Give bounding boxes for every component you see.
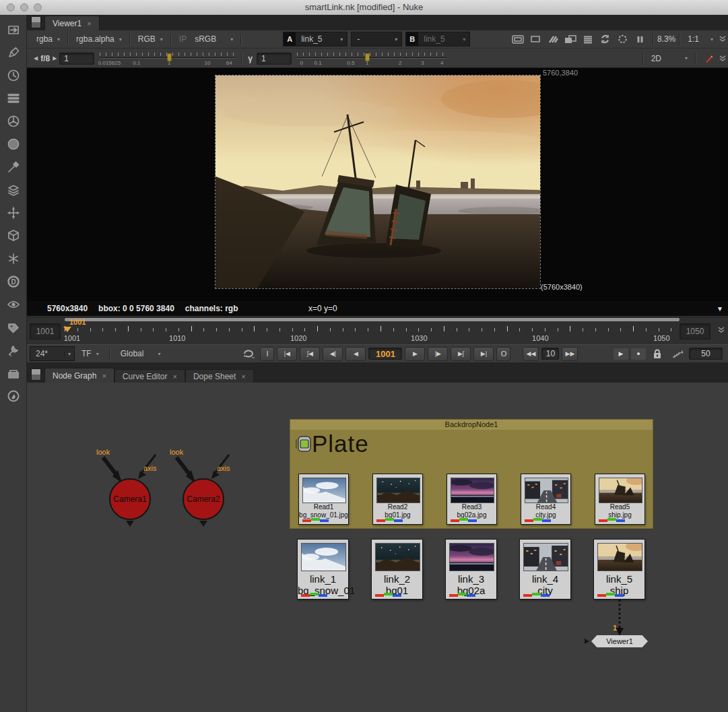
fps-display-input[interactable]: 50 (689, 348, 723, 360)
jump-back-button[interactable]: ◀◀ (523, 347, 539, 361)
playhead-marker[interactable] (63, 327, 71, 336)
wipe-icon[interactable] (544, 33, 562, 45)
info-dropdown-arrow-icon[interactable]: ▼ (717, 305, 723, 313)
node-read3[interactable]: Read3 bg02a.jpg (446, 474, 497, 525)
frame-display-icon[interactable] (509, 33, 527, 45)
fps-dropdown[interactable]: 24* ▾ (30, 346, 75, 361)
toolsets-icon[interactable] (6, 343, 21, 358)
merge-icon[interactable] (6, 183, 21, 197)
scanlines-icon[interactable] (579, 33, 597, 45)
keyer-icon[interactable] (6, 160, 21, 174)
node-graph-canvas[interactable]: look axis Camera1 look axis Camera2 Back… (27, 383, 728, 712)
zoom-window-button[interactable] (34, 3, 42, 11)
step-forward-button[interactable]: |▶ (428, 347, 448, 361)
minimize-window-button[interactable] (20, 3, 28, 11)
format-box-icon[interactable] (527, 33, 544, 45)
image-read-icon[interactable] (6, 22, 21, 37)
range-out-input[interactable]: 1050 (680, 323, 710, 339)
tab-curve-editor[interactable]: Curve Editor × (114, 369, 185, 383)
prev-keyframe-button[interactable]: ʃ◀ (300, 347, 320, 361)
collapse-chevrons-icon[interactable] (716, 327, 727, 333)
display-channels-dropdown[interactable]: RGB▾ (134, 33, 167, 45)
goto-end-button[interactable]: ▶| (473, 347, 494, 361)
roi-icon[interactable] (614, 33, 632, 45)
3d-icon[interactable] (6, 228, 21, 243)
gain-input[interactable]: 1 (59, 53, 94, 65)
pause-icon[interactable] (632, 33, 649, 45)
pip-icon[interactable] (562, 33, 579, 45)
wipe-mode-dropdown[interactable]: - ▾ (351, 32, 402, 46)
node-camera2[interactable]: look axis Camera2 (168, 447, 238, 538)
node-read2[interactable]: Read2 bg01.jpg (372, 474, 423, 525)
close-window-button[interactable] (7, 3, 15, 11)
filter-icon[interactable] (6, 137, 21, 152)
node-camera1[interactable]: look axis Camera1 (95, 447, 165, 538)
record-icon[interactable]: ● (631, 348, 646, 360)
timeline-scrollbar[interactable] (65, 318, 680, 321)
frame-range-dropdown[interactable]: Global▾ (117, 348, 165, 360)
fstop-up-button[interactable]: ▶ (50, 55, 59, 61)
layer-dropdown[interactable]: rgba▾ (32, 33, 64, 45)
color-icon[interactable] (6, 114, 21, 129)
step-back-button[interactable]: ◀| (323, 347, 343, 361)
input-process-button[interactable]: IP (175, 33, 191, 45)
b-input-selector[interactable]: B link_5 ▾ (405, 32, 470, 46)
node-link5[interactable]: link_5 ship (593, 539, 645, 600)
close-tab-icon[interactable]: × (102, 372, 106, 380)
time-icon[interactable] (6, 68, 21, 83)
out-point-button[interactable]: O (496, 347, 510, 361)
tab-viewer1[interactable]: Viewer1 × (44, 15, 100, 30)
zoom-level[interactable]: 8.3% (657, 34, 675, 44)
node-link2[interactable]: link_2 bg01 (371, 539, 423, 600)
tab-node-graph[interactable]: Node Graph × (44, 368, 114, 383)
close-tab-icon[interactable]: × (87, 20, 91, 28)
collapse-chevrons-icon[interactable] (717, 55, 728, 62)
next-keyframe-button[interactable]: ▶ʃ (451, 347, 471, 361)
view-mode-dropdown[interactable]: 2D▾ (647, 53, 692, 65)
node-link1[interactable]: link_1 bg_snow_01 (297, 539, 349, 600)
node-read4[interactable]: Read4 city.jpg (521, 474, 571, 525)
draw-icon[interactable] (6, 45, 21, 60)
node-viewer1[interactable]: Viewer1 (591, 635, 648, 647)
sync-icon[interactable] (597, 33, 614, 45)
tf-dropdown[interactable]: TF▾ (77, 348, 103, 360)
fstop-label[interactable]: f/8 (40, 54, 50, 63)
views-icon[interactable] (6, 297, 21, 312)
node-read5[interactable]: Read5 ship.jpg (595, 474, 645, 525)
playback-mode-icon[interactable] (240, 348, 257, 360)
in-point-button[interactable]: I (260, 347, 274, 361)
goto-start-button[interactable]: |◀ (277, 347, 297, 361)
play-forward-button[interactable]: ▶ (405, 347, 425, 361)
timeline-ruler[interactable]: 1001 1010 1020 1030 1040 1050 1001 (65, 323, 677, 344)
annotate-pen-icon[interactable] (700, 53, 717, 65)
node-link3[interactable]: link_3 bg02a (445, 539, 497, 600)
viewer-viewport[interactable]: 5760,3840 (5760x3840) (27, 68, 728, 301)
gamma-slider[interactable]: 0 0.1 0.5 1 2 3 4 (297, 51, 446, 67)
colorspace-dropdown[interactable]: sRGB▾ (191, 33, 237, 45)
gain-slider[interactable]: 0.015625 0.1 1 10 64 (100, 51, 236, 67)
close-tab-icon[interactable]: × (173, 373, 177, 381)
backdrop-title[interactable]: BackdropNode1 (290, 420, 653, 430)
deep-icon[interactable]: D (6, 274, 21, 289)
transform-icon[interactable] (6, 205, 21, 220)
particles-icon[interactable] (6, 251, 21, 266)
jump-forward-button[interactable]: ▶▶ (562, 347, 578, 361)
channel-icon[interactable] (6, 91, 21, 106)
plugins-flame-icon[interactable] (6, 389, 21, 403)
lock-range-icon[interactable] (649, 348, 666, 360)
current-frame-input[interactable]: 1001 (368, 348, 402, 360)
gamma-input[interactable]: 1 (257, 53, 292, 65)
proxy-dropdown[interactable]: 1:1▾ (684, 33, 717, 45)
metadata-icon[interactable] (6, 320, 21, 335)
other-icon[interactable] (6, 366, 21, 381)
alpha-dropdown[interactable]: rgba.alpha▾ (72, 33, 126, 45)
panel-menu-button[interactable] (31, 16, 41, 28)
close-tab-icon[interactable]: × (241, 373, 245, 381)
range-in-input[interactable]: 1001 (30, 323, 61, 339)
fstop-down-button[interactable]: ◀ (31, 55, 40, 61)
desired-fps-icon[interactable] (669, 348, 686, 360)
frame-increment-input[interactable]: 10 (541, 348, 559, 360)
panel-menu-button[interactable] (31, 368, 41, 381)
node-read1[interactable]: Read1 bg_snow_01.jpg (298, 474, 349, 525)
collapse-chevrons-icon[interactable] (717, 36, 728, 42)
